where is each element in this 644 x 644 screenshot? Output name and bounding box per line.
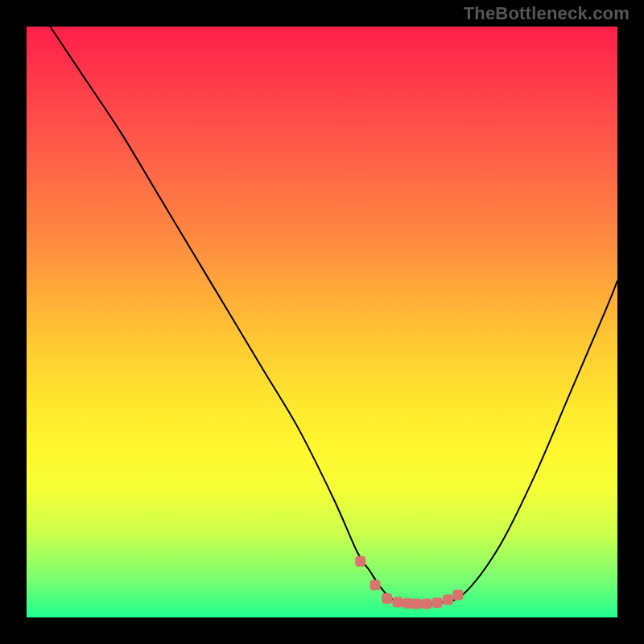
- marker-point: [392, 597, 402, 607]
- marker-point: [355, 556, 365, 567]
- marker-point: [432, 597, 443, 608]
- marker-point: [370, 580, 381, 590]
- marker-point: [382, 593, 392, 604]
- plot-area: [27, 27, 617, 617]
- marker-point: [411, 599, 422, 609]
- marker-group: [355, 556, 463, 609]
- chart-svg: [27, 27, 617, 617]
- marker-point: [421, 599, 431, 609]
- curve-line: [50, 27, 617, 604]
- chart-frame: TheBottleneck.com: [0, 0, 644, 644]
- marker-point: [443, 594, 453, 605]
- watermark-text: TheBottleneck.com: [464, 3, 630, 24]
- marker-point: [452, 590, 463, 601]
